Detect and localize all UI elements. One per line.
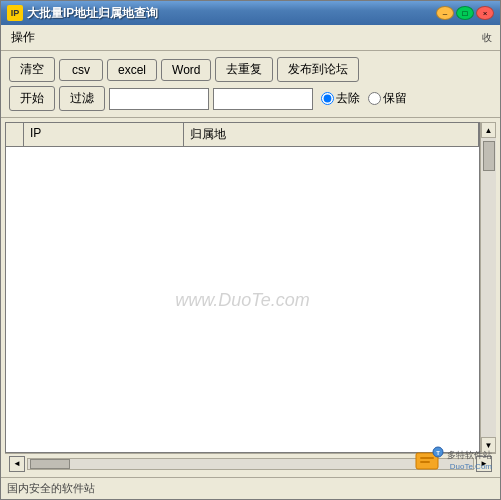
collapse-button[interactable]: 收 [478,29,496,47]
col-header-location: 归属地 [184,123,479,146]
filter-input-2[interactable] [213,88,313,110]
radio-remove-label[interactable]: 去除 [321,90,360,107]
maximize-button[interactable]: □ [456,6,474,20]
radio-keep-text: 保留 [383,90,407,107]
watermark: www.DuoTe.com [175,289,309,310]
h-scroll-track[interactable] [27,458,474,470]
close-button[interactable]: × [476,6,494,20]
bottom-bar: ◄ ► T 多特软件站 DuoTe.Com [5,453,496,473]
logo-icon: T [414,445,444,471]
radio-remove[interactable] [321,92,334,105]
content-area: IP 归属地 www.DuoTe.com ▲ ▼ ◄ [1,118,500,477]
excel-button[interactable]: excel [107,59,157,81]
window-icon: IP [7,5,23,21]
toolbar-row-1: 清空 csv excel Word 去重复 发布到论坛 [9,57,492,82]
logo-text-en: DuoTe.Com [450,462,492,471]
svg-rect-1 [420,457,434,459]
window-controls: – □ × [436,6,494,20]
filter-radio-group: 去除 保留 [321,90,407,107]
svg-rect-2 [420,461,430,463]
row-num-header [6,123,24,146]
radio-remove-text: 去除 [336,90,360,107]
word-button[interactable]: Word [161,59,211,81]
title-bar: IP 大批量IP地址归属地查询 – □ × [1,1,500,25]
scroll-up-button[interactable]: ▲ [481,122,496,138]
toolbar: 清空 csv excel Word 去重复 发布到论坛 开始 过滤 去除 保留 [1,51,500,118]
table-header: IP 归属地 [6,123,479,147]
v-scroll-thumb[interactable] [483,141,495,171]
dedupe-button[interactable]: 去重复 [215,57,273,82]
table-with-scroll: IP 归属地 www.DuoTe.com ▲ ▼ [5,122,496,453]
post-forum-button[interactable]: 发布到论坛 [277,57,359,82]
minimize-button[interactable]: – [436,6,454,20]
col-header-ip: IP [24,123,184,146]
v-scroll-track[interactable] [481,138,496,437]
menu-bar: 操作 收 [1,25,500,51]
start-button[interactable]: 开始 [9,86,55,111]
toolbar-row-2: 开始 过滤 去除 保留 [9,86,492,111]
filter-input-1[interactable] [109,88,209,110]
h-scroll-thumb[interactable] [30,459,70,469]
radio-keep[interactable] [368,92,381,105]
radio-keep-label[interactable]: 保留 [368,90,407,107]
status-text: 国内安全的软件站 [7,481,95,496]
svg-text:T: T [436,450,440,456]
menu-item-operations[interactable]: 操作 [5,27,41,48]
bottom-logo: T 多特软件站 DuoTe.Com [414,445,492,471]
table-body[interactable]: www.DuoTe.com [6,147,479,452]
main-window: IP 大批量IP地址归属地查询 – □ × 操作 收 清空 csv excel … [0,0,501,500]
logo-text-cn: 多特软件站 [447,449,492,462]
filter-button[interactable]: 过滤 [59,86,105,111]
logo-text-group: 多特软件站 DuoTe.Com [447,449,492,471]
data-table: IP 归属地 www.DuoTe.com [5,122,480,453]
status-bar: 国内安全的软件站 [1,477,500,499]
vertical-scrollbar: ▲ ▼ [480,122,496,453]
scroll-left-button[interactable]: ◄ [9,456,25,472]
csv-button[interactable]: csv [59,59,103,81]
window-title: 大批量IP地址归属地查询 [27,5,436,22]
clear-button[interactable]: 清空 [9,57,55,82]
